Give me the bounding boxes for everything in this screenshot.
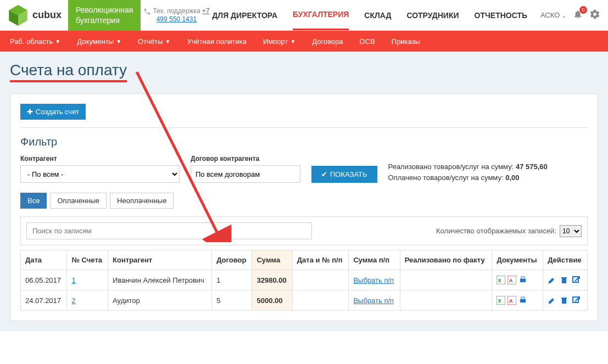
summary-block: Реализовано товаров/услуг на сумму: 47 5… xyxy=(388,161,548,183)
cell-contragent: Аудитор xyxy=(108,290,212,311)
subnav-documents[interactable]: Документы ▼ xyxy=(77,37,121,46)
notifications-icon[interactable]: 0 xyxy=(573,9,583,21)
tab-all[interactable]: Все xyxy=(20,193,47,209)
cell-contract: 5 xyxy=(212,290,252,311)
cell-contract: 1 xyxy=(212,270,252,290)
nav-reports[interactable]: ОТЧЕТНОСТЬ xyxy=(475,1,528,30)
create-invoice-button[interactable]: ✚ Создать счет xyxy=(20,104,86,120)
svg-rect-20 xyxy=(573,297,578,303)
col-fact[interactable]: Реализовано по факту xyxy=(400,250,492,270)
cell-date: 24.07.2017 xyxy=(21,290,67,311)
cell-date: 06.05.2017 xyxy=(21,270,67,290)
col-num[interactable]: № Счета xyxy=(67,250,108,270)
open-icon[interactable] xyxy=(572,296,581,305)
delete-icon[interactable] xyxy=(560,296,568,305)
pager-label: Количество отображаемых записей: xyxy=(436,227,556,235)
cell-fact xyxy=(400,270,492,290)
invoices-table: Дата № Счета Контрагент Договор Сумма Да… xyxy=(20,250,588,311)
svg-line-21 xyxy=(137,72,219,237)
delete-icon[interactable] xyxy=(560,276,568,284)
contract-label: Договор контрагента xyxy=(191,155,300,163)
table-row: 24.07.2017 2 Аудитор 5 5000.00 Выбрать п… xyxy=(21,290,588,311)
filter-title: Фильтр xyxy=(20,136,588,148)
sub-nav: Раб. область ▼ Документы ▼ Отчёты ▼ Учёт… xyxy=(0,31,608,52)
tab-paid[interactable]: Оплаченные xyxy=(50,193,107,209)
subnav-reports[interactable]: Отчёты ▼ xyxy=(138,37,170,46)
svg-rect-8 xyxy=(521,277,525,279)
svg-text:A: A xyxy=(509,298,513,304)
cell-sum: 5000.00 xyxy=(252,290,292,311)
edit-icon[interactable] xyxy=(548,296,556,305)
search-input[interactable] xyxy=(26,222,312,239)
cell-pp-date xyxy=(292,290,349,311)
select-pp-link[interactable]: Выбрать п/п xyxy=(353,276,394,284)
svg-rect-7 xyxy=(520,279,526,282)
svg-text:A: A xyxy=(509,278,513,283)
nav-accounting[interactable]: БУХГАЛТЕРИЯ xyxy=(293,0,349,30)
user-dropdown[interactable]: АСКО ⌄ xyxy=(540,11,566,19)
page-title: Счета на оплату xyxy=(10,61,127,82)
svg-rect-11 xyxy=(573,277,578,282)
col-pp-date[interactable]: Дата и № п/п xyxy=(292,250,349,270)
excel-icon[interactable]: x xyxy=(497,276,505,284)
select-pp-link[interactable]: Выбрать п/п xyxy=(353,296,394,305)
contragent-label: Контрагент xyxy=(20,155,180,163)
nav-director[interactable]: ДЛЯ ДИРЕКТОРА xyxy=(212,1,277,30)
cell-pp-date xyxy=(292,270,349,290)
svg-rect-18 xyxy=(562,299,566,304)
cell-sum: 32980.00 xyxy=(252,270,292,290)
nav-employees[interactable]: СОТРУДНИКИ xyxy=(406,1,459,30)
table-row: 06.05.2017 1 Иванчин Алексей Петрович 1 … xyxy=(21,270,588,290)
edit-icon[interactable] xyxy=(548,276,556,284)
nav-warehouse[interactable]: СКЛАД xyxy=(364,1,391,30)
subnav-contracts[interactable]: Договора xyxy=(312,37,343,46)
pdf-icon[interactable]: A xyxy=(507,296,516,305)
col-date[interactable]: Дата xyxy=(21,250,67,270)
cell-contragent: Иванчин Алексей Петрович xyxy=(108,270,212,290)
print-icon[interactable] xyxy=(518,276,527,284)
plus-icon: ✚ xyxy=(27,108,33,116)
logo-text: cubux xyxy=(32,9,62,21)
pdf-icon[interactable]: A xyxy=(507,276,516,284)
open-icon[interactable] xyxy=(572,276,581,284)
svg-rect-10 xyxy=(561,277,567,278)
svg-rect-19 xyxy=(561,298,567,299)
check-icon: ✔ xyxy=(321,170,327,178)
subnav-workspace[interactable]: Раб. область ▼ xyxy=(10,37,60,46)
print-icon[interactable] xyxy=(518,296,527,305)
subnav-policy[interactable]: Учётная политика xyxy=(187,37,247,46)
contract-input[interactable] xyxy=(191,165,300,183)
subnav-orders[interactable]: Приказы xyxy=(392,37,420,46)
col-sum[interactable]: Сумма xyxy=(252,250,292,270)
show-button[interactable]: ✔ ПОКАЗАТЬ xyxy=(311,166,377,183)
col-action[interactable]: Действие xyxy=(543,250,588,270)
support-info: Тех. поддержка +7 499 550 1431 xyxy=(141,7,212,23)
svg-rect-9 xyxy=(562,278,566,283)
logo-cube-icon xyxy=(7,4,30,27)
invoice-num-link[interactable]: 1 xyxy=(71,276,75,284)
col-contragent[interactable]: Контрагент xyxy=(108,250,212,270)
excel-icon[interactable]: x xyxy=(497,296,505,305)
tab-unpaid[interactable]: Неоплаченные xyxy=(110,193,174,209)
page-size-select[interactable]: 10 xyxy=(560,225,582,237)
notification-badge: 0 xyxy=(579,6,587,14)
col-docs[interactable]: Документы xyxy=(492,250,543,270)
cell-fact xyxy=(400,290,492,311)
svg-rect-17 xyxy=(521,297,525,299)
subnav-import[interactable]: Импорт ▼ xyxy=(263,37,295,46)
svg-text:x: x xyxy=(498,277,501,283)
tagline: Революционная бухгалтерия xyxy=(68,0,141,31)
main-nav: ДЛЯ ДИРЕКТОРА БУХГАЛТЕРИЯ СКЛАД СОТРУДНИ… xyxy=(212,0,533,30)
contragent-select[interactable]: - По всем - xyxy=(20,165,180,183)
annotation-arrow xyxy=(120,66,340,242)
logo[interactable]: cubux xyxy=(0,4,68,27)
svg-text:x: x xyxy=(498,298,501,304)
subnav-osv[interactable]: ОСВ xyxy=(360,37,375,46)
invoice-num-link[interactable]: 2 xyxy=(71,296,75,305)
gear-icon[interactable] xyxy=(589,9,600,21)
col-pp-sum[interactable]: Сумма п/п xyxy=(349,250,400,270)
chevron-down-icon: ⌄ xyxy=(562,13,566,19)
col-contract[interactable]: Договор xyxy=(212,250,252,270)
svg-rect-16 xyxy=(520,299,526,303)
